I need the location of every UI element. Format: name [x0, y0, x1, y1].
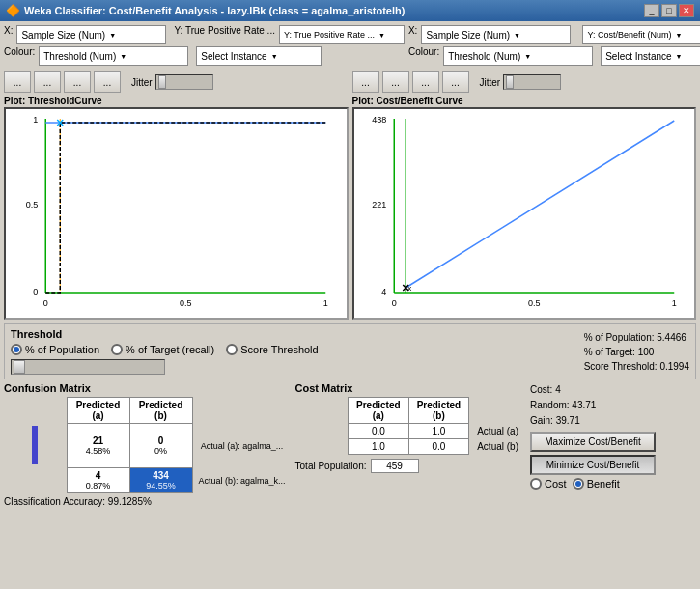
left-btn1[interactable]: ...: [4, 71, 31, 93]
left-x-dropdown[interactable]: Sample Size (Num): [16, 25, 166, 44]
right-jitter-slider[interactable]: [503, 74, 561, 90]
cost-col2-header: Predicted (b): [408, 398, 469, 424]
left-y-dropdown[interactable]: Y: True Positive Rate ...: [279, 25, 405, 44]
accuracy-row: Classification Accuracy: 99.1285%: [4, 496, 292, 507]
left-jitter-label: Jitter: [131, 77, 153, 88]
right-btn1[interactable]: ...: [352, 71, 379, 93]
cost-table: Predicted (a) Predicted (b) 0.0 1.0 Actu…: [295, 397, 526, 455]
conf-r2-label: Actual (b): agalma_k...: [192, 468, 292, 493]
right-colour-label: Colour:: [408, 46, 439, 66]
svg-text:0: 0: [43, 298, 48, 308]
right-x-dropdown[interactable]: Sample Size (Num): [421, 25, 571, 44]
cost-info-values: Cost: 4 Random: 43.71 Gain: 39.71: [530, 382, 696, 429]
maximize-button[interactable]: □: [661, 4, 677, 17]
conf-r1-label: Actual (a): agalma_...: [192, 424, 292, 468]
left-btn2[interactable]: ...: [34, 71, 61, 93]
left-y-label: Y: True Positive Rate ...: [174, 25, 275, 44]
stat2-label: % of Target:: [584, 347, 635, 357]
left-plot-title: Plot: ThresholdCurve: [4, 96, 349, 106]
svg-text:1: 1: [33, 115, 38, 125]
title-bar: 🔶 Weka Classifier: Cost/Benefit Analysis…: [0, 0, 700, 21]
cost-matrix-section: Cost Matrix Predicted (a) Predicted (b) …: [295, 382, 526, 507]
threshold-chart[interactable]: 1 0.5 0 0 0.5 1: [4, 107, 349, 320]
conf-r2c2: 434 94.55%: [129, 468, 192, 493]
radio-population-circle: [11, 344, 22, 355]
left-select-instance-dropdown[interactable]: Select Instance: [196, 46, 322, 66]
cost-info-panel: Cost: 4 Random: 43.71 Gain: 39.71 Maximi…: [530, 382, 696, 507]
accuracy-label: Classification Accuracy:: [4, 496, 105, 507]
cost-r2c2[interactable]: 0.0: [408, 439, 469, 455]
svg-text:0.5: 0.5: [180, 298, 192, 308]
cost-matrix-title: Cost Matrix: [295, 382, 526, 394]
right-jitter-label: Jitter: [480, 77, 501, 88]
left-jitter-slider[interactable]: [155, 74, 213, 90]
cost-r2-label: Actual (b): [469, 439, 526, 455]
cost-benefit-chart[interactable]: 438 221 4 0 0.5 1 x: [352, 107, 697, 320]
radio-population-label: % of Population: [25, 344, 99, 355]
stat3-value: 0.1994: [659, 361, 689, 372]
window-title: Weka Classifier: Cost/Benefit Analysis -…: [24, 5, 405, 16]
svg-text:0: 0: [391, 298, 396, 308]
svg-text:0: 0: [33, 287, 38, 296]
right-btn2[interactable]: ...: [382, 71, 409, 93]
svg-text:438: 438: [372, 115, 386, 125]
cost-benefit-panel: Plot: Cost/Benefit Curve 438 221 4 0 0.5…: [352, 96, 697, 320]
confusion-matrix-title: Confusion Matrix: [4, 382, 292, 394]
left-x-label: X:: [4, 25, 13, 44]
right-btn3[interactable]: ...: [412, 71, 439, 93]
conf-r1c2: 0 0%: [129, 424, 192, 468]
stat2-value: 100: [638, 347, 655, 357]
radio-target-circle: [111, 344, 123, 355]
left-btn3[interactable]: ...: [64, 71, 91, 93]
minimize-button[interactable]: _: [644, 4, 659, 17]
right-y-dropdown[interactable]: Y: Cost/Benefit (Num): [582, 25, 700, 44]
cost-r2c1[interactable]: 1.0: [349, 439, 409, 455]
conf-col2-header: Predicted (b): [129, 398, 192, 424]
svg-line-21: [406, 121, 674, 288]
right-axis-controls: X: Sample Size (Num) Y: Cost/Benefit (Nu…: [408, 25, 700, 69]
random-value: 43.71: [572, 400, 596, 410]
cost-r1c2[interactable]: 1.0: [408, 424, 469, 439]
svg-text:4: 4: [381, 287, 386, 296]
cost-r1c1[interactable]: 0.0: [349, 424, 409, 439]
gain-label: Gain:: [530, 415, 553, 426]
random-label: Random:: [530, 400, 570, 410]
cost-benefit-radio-row: Cost Benefit: [530, 478, 696, 490]
cost-r1-label: Actual (a): [469, 424, 526, 439]
conf-r2c1: 4 0.87%: [67, 468, 129, 493]
radio-target[interactable]: % of Target (recall): [111, 344, 214, 355]
total-pop-value: 459: [371, 459, 419, 473]
svg-text:221: 221: [372, 200, 386, 210]
window-controls: _ □ ✕: [644, 4, 694, 17]
left-colour-dropdown[interactable]: Threshold (Num): [39, 46, 188, 66]
svg-text:1: 1: [671, 298, 676, 308]
right-colour-dropdown[interactable]: Threshold (Num): [443, 46, 593, 66]
radio-score-label: Score Threshold: [240, 344, 319, 355]
radio-benefit-circle: [573, 478, 584, 490]
radio-cost-circle: [530, 478, 542, 490]
total-population-row: Total Population: 459: [295, 459, 526, 473]
radio-benefit[interactable]: Benefit: [573, 478, 620, 490]
gain-value: 39.71: [556, 415, 580, 426]
left-axis-controls: X: Sample Size (Num) Y: True Positive Ra…: [4, 25, 405, 69]
right-select-instance-dropdown[interactable]: Select Instance: [601, 46, 700, 66]
radio-benefit-label: Benefit: [587, 478, 620, 490]
conf-col1-header: Predicted (a): [67, 398, 129, 424]
close-button[interactable]: ✕: [679, 4, 694, 17]
maximize-cost-benefit-button[interactable]: Maximize Cost/Benefit: [530, 432, 656, 452]
radio-cost[interactable]: Cost: [530, 478, 567, 490]
stat1-value: 5.4466: [657, 332, 686, 343]
svg-text:0.5: 0.5: [527, 298, 540, 308]
threshold-title: Threshold: [11, 328, 319, 340]
left-btn4[interactable]: ...: [94, 71, 121, 93]
radio-score[interactable]: Score Threshold: [226, 344, 319, 355]
svg-text:0.5: 0.5: [26, 200, 39, 210]
minimize-cost-benefit-button[interactable]: Minimize Cost/Benefit: [530, 455, 656, 475]
confusion-table: Predicted (a) Predicted (b) 21 4.58% 0 0…: [4, 397, 292, 493]
left-colour-label: Colour:: [4, 46, 35, 66]
right-btn4[interactable]: ...: [442, 71, 469, 93]
cost-value: 4: [555, 384, 561, 395]
conf-r1c1: 21 4.58%: [67, 424, 129, 468]
svg-text:1: 1: [323, 298, 328, 308]
radio-population[interactable]: % of Population: [11, 344, 99, 355]
